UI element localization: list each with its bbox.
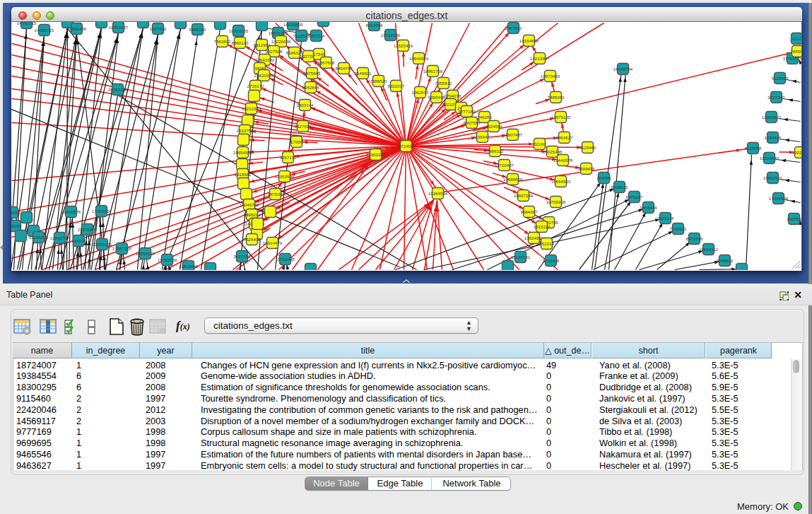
svg-text:10961758: 10961758 bbox=[423, 69, 443, 74]
svg-text:13975125: 13975125 bbox=[551, 115, 571, 119]
svg-text:746266: 746266 bbox=[477, 115, 492, 119]
svg-text:3498222: 3498222 bbox=[243, 212, 261, 217]
svg-text:9463627: 9463627 bbox=[555, 135, 573, 140]
svg-text:1010755: 1010755 bbox=[236, 128, 254, 133]
svg-text:16648784: 16648784 bbox=[613, 66, 633, 71]
svg-text:19218506: 19218506 bbox=[381, 33, 401, 37]
svg-text:8322017: 8322017 bbox=[387, 83, 405, 88]
svg-text:7663822: 7663822 bbox=[213, 39, 231, 44]
svg-text:8938923: 8938923 bbox=[611, 185, 628, 189]
svg-text:17546: 17546 bbox=[313, 52, 326, 57]
svg-text:16914479: 16914479 bbox=[263, 240, 283, 245]
svg-text:10210643: 10210643 bbox=[760, 156, 779, 160]
svg-text:18724007: 18724007 bbox=[396, 144, 416, 148]
svg-text:887833: 887833 bbox=[268, 192, 283, 197]
svg-text:1327602: 1327602 bbox=[149, 26, 167, 31]
svg-text:2803144: 2803144 bbox=[296, 103, 314, 107]
svg-text:9245612: 9245612 bbox=[716, 258, 734, 263]
svg-text:21364436: 21364436 bbox=[473, 134, 493, 139]
svg-text:15716485: 15716485 bbox=[276, 257, 295, 262]
svg-text:19384554: 19384554 bbox=[428, 191, 448, 196]
svg-text:12842757: 12842757 bbox=[50, 235, 70, 240]
svg-text:16782759: 16782759 bbox=[158, 257, 177, 262]
svg-text:1362615: 1362615 bbox=[411, 90, 429, 95]
svg-text:17359934: 17359934 bbox=[92, 209, 112, 214]
svg-text:15692921: 15692921 bbox=[763, 175, 783, 180]
svg-text:252214: 252214 bbox=[539, 241, 554, 246]
svg-text:6794078: 6794078 bbox=[444, 93, 461, 98]
svg-text:10543382: 10543382 bbox=[255, 57, 275, 62]
svg-text:7632621: 7632621 bbox=[669, 226, 687, 231]
svg-text:12213987: 12213987 bbox=[530, 56, 550, 61]
svg-text:9146821: 9146821 bbox=[354, 71, 372, 76]
svg-text:13226058: 13226058 bbox=[271, 39, 291, 44]
svg-text:2687682: 2687682 bbox=[505, 25, 522, 30]
svg-text:885001: 885001 bbox=[11, 210, 20, 215]
svg-text:9327508: 9327508 bbox=[265, 49, 283, 54]
svg-text:10025438: 10025438 bbox=[543, 149, 563, 154]
svg-text:12325419: 12325419 bbox=[394, 43, 413, 48]
svg-text:20691406: 20691406 bbox=[67, 26, 87, 31]
svg-text:8912954: 8912954 bbox=[253, 42, 271, 47]
svg-text:7625402: 7625402 bbox=[243, 237, 261, 242]
svg-text:6990448: 6990448 bbox=[428, 95, 445, 100]
svg-text:17006: 17006 bbox=[290, 139, 303, 144]
svg-text:9777169: 9777169 bbox=[458, 109, 476, 114]
svg-text:748506: 748506 bbox=[790, 49, 801, 54]
svg-text:9115460: 9115460 bbox=[579, 145, 596, 150]
svg-text:10719155: 10719155 bbox=[229, 28, 249, 33]
svg-text:7955812: 7955812 bbox=[435, 81, 452, 86]
svg-text:3267130: 3267130 bbox=[279, 155, 297, 160]
svg-text:20206576: 20206576 bbox=[61, 209, 81, 214]
svg-text:17016504: 17016504 bbox=[769, 196, 789, 201]
svg-text:7485063: 7485063 bbox=[547, 95, 565, 100]
svg-text:16033809: 16033809 bbox=[283, 22, 303, 27]
svg-text:6497568: 6497568 bbox=[463, 120, 481, 125]
svg-text:3624554: 3624554 bbox=[485, 124, 502, 129]
svg-text:12213383: 12213383 bbox=[242, 106, 261, 111]
svg-text:1615112: 1615112 bbox=[534, 224, 551, 229]
svg-text:16154808: 16154808 bbox=[519, 38, 539, 43]
svg-text:8427552: 8427552 bbox=[294, 124, 312, 129]
svg-text:28053346: 28053346 bbox=[108, 87, 128, 92]
svg-text:7857224: 7857224 bbox=[307, 33, 325, 38]
svg-text:9699695: 9699695 bbox=[577, 166, 595, 171]
svg-text:114519: 114519 bbox=[71, 238, 86, 243]
svg-text:12823446: 12823446 bbox=[179, 264, 199, 269]
svg-text:10046788: 10046788 bbox=[240, 202, 259, 207]
svg-text:14055715: 14055715 bbox=[17, 22, 37, 25]
svg-text:12505105: 12505105 bbox=[93, 242, 112, 247]
svg-text:10756928: 10756928 bbox=[546, 199, 566, 204]
svg-text:6466160: 6466160 bbox=[189, 27, 206, 32]
svg-text:10973493: 10973493 bbox=[541, 74, 560, 78]
svg-text:1244415: 1244415 bbox=[764, 135, 782, 140]
svg-text:10853287: 10853287 bbox=[109, 25, 129, 30]
svg-text:9242848: 9242848 bbox=[302, 85, 319, 90]
svg-text:1733426: 1733426 bbox=[542, 258, 560, 263]
svg-text:14055715: 14055715 bbox=[35, 28, 54, 33]
svg-text:16671355: 16671355 bbox=[269, 30, 288, 35]
svg-text:7986322: 7986322 bbox=[486, 148, 504, 153]
svg-text:8813054: 8813054 bbox=[365, 23, 383, 28]
svg-text:1875685: 1875685 bbox=[303, 71, 321, 76]
svg-text:9129965: 9129965 bbox=[771, 76, 789, 81]
svg-text:19654923: 19654923 bbox=[551, 179, 571, 184]
svg-text:10807487: 10807487 bbox=[503, 132, 523, 137]
svg-text:15300275: 15300275 bbox=[366, 152, 386, 157]
svg-text:18807249: 18807249 bbox=[514, 193, 534, 198]
svg-text:62160: 62160 bbox=[534, 141, 546, 146]
svg-text:13449578: 13449578 bbox=[553, 158, 573, 163]
svg-text:17957255: 17957255 bbox=[112, 246, 132, 251]
svg-text:10688609: 10688609 bbox=[503, 177, 523, 182]
svg-text:19654983: 19654983 bbox=[233, 150, 253, 155]
svg-text:2867608: 2867608 bbox=[317, 60, 335, 65]
svg-text:6479197: 6479197 bbox=[625, 194, 643, 199]
svg-text:23420046: 23420046 bbox=[254, 73, 274, 78]
svg-text:39155: 39155 bbox=[11, 223, 22, 228]
svg-text:8454749: 8454749 bbox=[335, 66, 353, 71]
svg-text:2935114: 2935114 bbox=[657, 216, 674, 221]
svg-text:9474444: 9474444 bbox=[640, 205, 657, 210]
svg-text:8471676: 8471676 bbox=[686, 236, 703, 241]
svg-text:9657791: 9657791 bbox=[233, 254, 251, 259]
svg-text:15136141: 15136141 bbox=[511, 255, 531, 259]
